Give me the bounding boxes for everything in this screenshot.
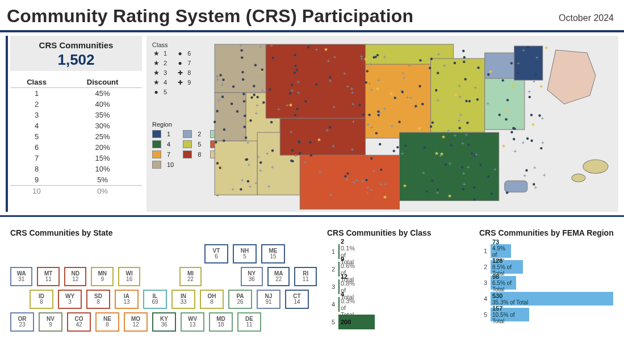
svg-point-261	[393, 150, 395, 152]
state-tile-pa[interactable]: PA26	[228, 290, 252, 309]
svg-text:+: +	[486, 101, 489, 107]
svg-point-193	[473, 198, 475, 200]
state-tile-wa[interactable]: WA31	[10, 267, 32, 286]
svg-point-250	[418, 85, 421, 87]
svg-text:+: +	[443, 62, 446, 69]
svg-text:+: +	[304, 160, 307, 166]
state-count: 23	[19, 322, 25, 328]
svg-point-263	[298, 141, 300, 143]
state-tile-nh[interactable]: NH5	[233, 244, 257, 263]
state-tile-wi[interactable]: WI16	[118, 267, 140, 286]
region-bar[interactable]: 157 10.5% of Total	[491, 308, 529, 321]
svg-point-195	[262, 101, 265, 103]
region-bar[interactable]: 73 4.9% of Total	[491, 244, 511, 258]
by-class-title: CRS Communities by Class	[327, 228, 469, 237]
state-tile-ri[interactable]: RI11	[294, 267, 316, 286]
state-count: 16	[126, 277, 132, 283]
state-tile-vt[interactable]: VT6	[204, 244, 228, 263]
state-tile-de[interactable]: DE11	[237, 312, 261, 332]
svg-point-110	[530, 139, 533, 141]
svg-text:+: +	[257, 154, 260, 160]
svg-point-148	[365, 179, 367, 181]
state-tile-oh[interactable]: OH8	[200, 290, 224, 309]
svg-text:+: +	[332, 143, 335, 149]
state-tile-mi[interactable]: MI22	[179, 267, 202, 286]
state-tile-in[interactable]: IN33	[171, 290, 195, 309]
state-tile-co[interactable]: CO42	[67, 312, 91, 332]
state-tile-nj[interactable]: NJ91	[257, 290, 280, 309]
svg-point-104	[242, 78, 244, 81]
svg-point-57	[487, 175, 489, 178]
svg-point-128	[242, 93, 245, 95]
svg-text:+: +	[315, 47, 319, 53]
svg-point-155	[378, 114, 380, 116]
state-tile-or[interactable]: OR23	[10, 312, 34, 332]
state-tile-mo[interactable]: MO12	[124, 312, 148, 332]
state-tile-ma[interactable]: MA22	[267, 267, 290, 286]
svg-text:+: +	[254, 110, 258, 116]
svg-text:★: ★	[510, 83, 515, 89]
svg-text:★: ★	[389, 91, 393, 97]
svg-text:+: +	[217, 97, 220, 103]
svg-text:+: +	[366, 122, 370, 128]
page-title: Community Rating System (CRS) Participat…	[7, 6, 413, 27]
svg-point-265	[530, 114, 533, 116]
state-tile-sd[interactable]: SD8	[86, 290, 110, 309]
class-bar[interactable]: 200	[338, 315, 375, 329]
state-tile-ny[interactable]: NY36	[241, 267, 263, 286]
region-value: 530	[492, 292, 612, 299]
svg-point-231	[236, 110, 238, 112]
svg-text:+: +	[422, 170, 425, 176]
state-tile-ne[interactable]: NE8	[95, 312, 119, 332]
state-tile-me[interactable]: ME15	[261, 244, 285, 263]
svg-text:+: +	[351, 90, 354, 96]
svg-text:+: +	[351, 147, 354, 153]
state-tile-mn[interactable]: MN9	[91, 267, 113, 286]
region-bar[interactable]: 128 8.5% of Total	[491, 260, 523, 274]
cell-class: 10	[10, 186, 63, 197]
state-count: 6	[215, 254, 218, 260]
state-tile-ct[interactable]: CT14	[285, 290, 309, 309]
svg-point-38	[529, 96, 531, 98]
svg-text:+: +	[400, 150, 404, 157]
svg-text:+: +	[370, 87, 373, 93]
svg-point-99	[223, 128, 225, 131]
class-number: 5	[327, 319, 335, 325]
state-tile-nv[interactable]: NV9	[39, 312, 62, 332]
class-bar[interactable]: 4 0.3% of Total	[338, 297, 344, 312]
region-bar[interactable]: 530 35.3% of Total	[491, 292, 613, 306]
svg-text:+: +	[343, 70, 346, 77]
state-tile-wv[interactable]: WV13	[181, 312, 204, 332]
state-tile-ia[interactable]: IA13	[115, 290, 139, 309]
state-tile-nd[interactable]: ND12	[64, 267, 86, 286]
svg-text:+: +	[474, 85, 477, 91]
svg-text:★: ★	[539, 83, 543, 89]
state-count: 14	[294, 299, 300, 306]
state-tile-wy[interactable]: WY3	[58, 290, 82, 309]
state-tile-il[interactable]: IL69	[143, 290, 167, 309]
state-count: 3	[68, 299, 72, 306]
svg-point-203	[379, 143, 381, 145]
state-tile-ky[interactable]: KY36	[152, 312, 176, 332]
state-tile-id[interactable]: ID8	[30, 290, 53, 309]
region-bar[interactable]: 98 6.5% of Total	[491, 276, 516, 290]
svg-point-118	[506, 99, 509, 101]
svg-text:+: +	[533, 165, 537, 171]
svg-text:+: +	[462, 170, 466, 177]
svg-point-238	[437, 189, 439, 191]
state-count: 8	[210, 299, 213, 306]
svg-point-153	[307, 46, 309, 48]
region-pct: 10.5% of Total	[492, 312, 527, 324]
svg-text:★: ★	[488, 69, 493, 74]
svg-text:+: +	[541, 115, 544, 122]
state-tile-md[interactable]: MD18	[209, 312, 233, 332]
svg-text:+: +	[372, 168, 376, 174]
region-value: 73	[492, 239, 509, 245]
cell-discount: 25%	[63, 131, 142, 142]
svg-point-222	[253, 94, 256, 96]
svg-text:★: ★	[441, 134, 446, 140]
svg-text:★: ★	[245, 119, 250, 124]
state-tile-mt[interactable]: MT11	[37, 267, 59, 286]
svg-point-251	[270, 121, 273, 123]
svg-text:+: +	[239, 43, 242, 49]
